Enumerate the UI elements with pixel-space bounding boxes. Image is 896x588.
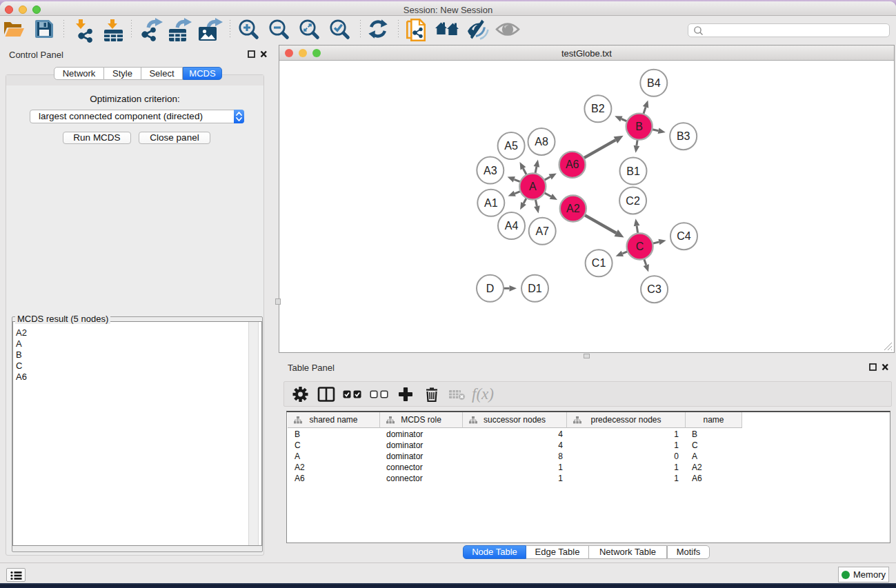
svg-text:A4: A4: [505, 220, 519, 232]
svg-text:A2: A2: [566, 203, 580, 214]
svg-text:C4: C4: [677, 230, 691, 242]
svg-text:A6: A6: [566, 159, 579, 170]
svg-text:B: B: [635, 121, 643, 132]
svg-text:A3: A3: [484, 165, 497, 176]
svg-text:D1: D1: [528, 283, 542, 294]
svg-text:A8: A8: [535, 136, 548, 148]
svg-text:B3: B3: [677, 130, 690, 142]
svg-text:B1: B1: [626, 165, 640, 177]
svg-text:A5: A5: [504, 140, 518, 152]
svg-text:A1: A1: [484, 197, 498, 209]
svg-text:C2: C2: [626, 195, 640, 207]
svg-text:D: D: [486, 283, 495, 294]
svg-text:A: A: [529, 181, 537, 192]
svg-text:C3: C3: [647, 283, 661, 295]
svg-text:B4: B4: [647, 77, 661, 89]
svg-text:f(x): f(x): [472, 385, 494, 403]
svg-text:B2: B2: [591, 103, 605, 114]
svg-text:A7: A7: [535, 225, 549, 237]
svg-text:C: C: [636, 241, 644, 252]
svg-text:C1: C1: [592, 257, 606, 269]
